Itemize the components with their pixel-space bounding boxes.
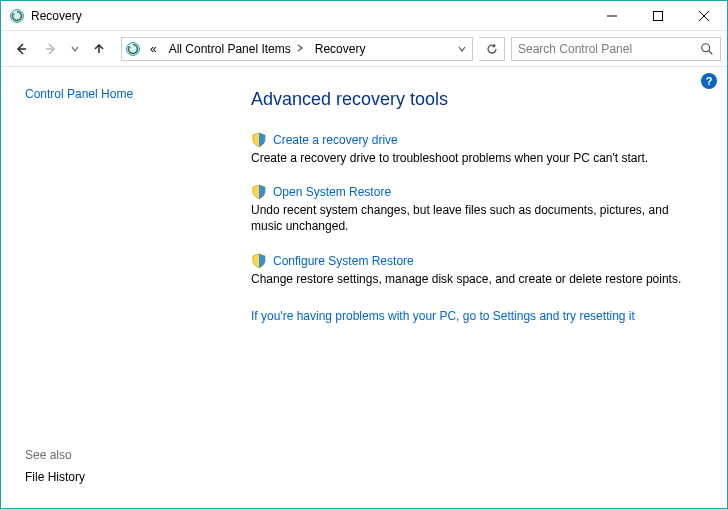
tool-desc: Change restore settings, manage disk spa… [251,271,699,287]
tool-desc: Undo recent system changes, but leave fi… [251,202,699,234]
recovery-app-icon [9,8,25,24]
shield-icon [251,253,267,269]
control-panel-home-link[interactable]: Control Panel Home [25,87,203,101]
back-button[interactable] [7,35,35,63]
shield-icon [251,184,267,200]
up-button[interactable] [85,35,113,63]
search-input[interactable] [512,42,694,56]
recent-locations-dropdown[interactable] [67,35,83,63]
breadcrumb-item-recovery[interactable]: Recovery [309,38,372,60]
title-bar: Recovery [1,1,727,31]
search-icon[interactable] [694,38,720,60]
close-button[interactable] [681,1,727,31]
address-dropdown[interactable] [452,38,472,60]
tool-create-recovery-drive: Create a recovery drive Create a recover… [251,132,699,166]
nav-bar: « All Control Panel Items Recovery [1,31,727,67]
tool-open-system-restore: Open System Restore Undo recent system c… [251,184,699,234]
maximize-button[interactable] [635,1,681,31]
chevron-right-icon [297,43,303,54]
shield-icon [251,132,267,148]
minimize-button[interactable] [589,1,635,31]
sidebar: Control Panel Home See also File History [1,67,221,508]
configure-system-restore-link[interactable]: Configure System Restore [273,254,414,268]
tool-desc: Create a recovery drive to troubleshoot … [251,150,699,166]
breadcrumb-item-all-control-panel[interactable]: All Control Panel Items [163,38,309,60]
recovery-location-icon [122,38,144,60]
overflow-glyph: « [150,42,157,56]
page-heading: Advanced recovery tools [251,89,699,110]
search-box[interactable] [511,37,721,61]
breadcrumb-label: Recovery [315,42,366,56]
open-system-restore-link[interactable]: Open System Restore [273,185,391,199]
window-title: Recovery [31,9,82,23]
svg-point-3 [702,43,710,51]
help-icon[interactable]: ? [701,73,717,89]
tool-configure-system-restore: Configure System Restore Change restore … [251,253,699,287]
forward-button[interactable] [37,35,65,63]
see-also-heading: See also [25,448,203,462]
main-content: ? Advanced recovery tools Create a recov… [221,67,727,508]
reset-pc-link[interactable]: If you're having problems with your PC, … [251,309,635,323]
breadcrumb-overflow[interactable]: « [144,38,163,60]
breadcrumb-label: All Control Panel Items [169,42,291,56]
file-history-link[interactable]: File History [25,470,203,484]
svg-rect-1 [654,11,663,20]
breadcrumb: « All Control Panel Items Recovery [144,38,452,60]
create-recovery-drive-link[interactable]: Create a recovery drive [273,133,398,147]
address-bar[interactable]: « All Control Panel Items Recovery [121,37,473,61]
refresh-button[interactable] [479,37,505,61]
